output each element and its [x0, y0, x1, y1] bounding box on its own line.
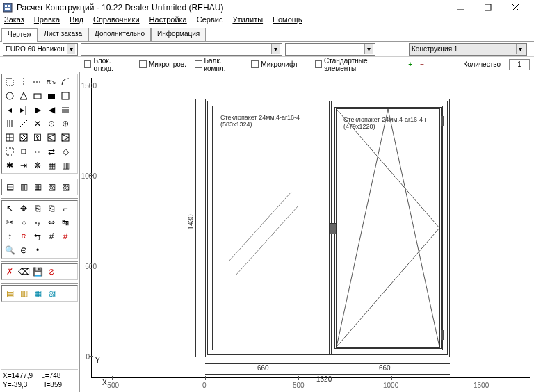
tool-rect-outline[interactable]	[59, 90, 72, 102]
tool-sheet2[interactable]: ▥	[17, 287, 30, 300]
close-button[interactable]	[506, 1, 526, 14]
tool-bars-h[interactable]	[59, 104, 72, 116]
tool-pan[interactable]: ✥	[17, 202, 30, 215]
tool-xy[interactable]: xy	[31, 216, 44, 229]
tool-fill[interactable]: ▦	[45, 159, 58, 172]
minus-button[interactable]: −	[418, 60, 427, 70]
quantity-input[interactable]	[509, 59, 530, 70]
sash-right[interactable]: Стеклопакет 24мм.4-ar16-4 i(479x1220)	[334, 107, 442, 349]
tool-rect[interactable]	[31, 90, 44, 102]
tool-flag-left[interactable]: ◀	[45, 104, 58, 116]
tool-bars-v[interactable]	[3, 117, 16, 130]
tool-stop[interactable]: ⊘	[45, 266, 58, 278]
tool-bracket-l[interactable]: ⌐	[59, 202, 72, 215]
menu-vid[interactable]: Вид	[70, 15, 83, 28]
tab-drawing[interactable]: Чертеж	[1, 28, 38, 42]
window-frame[interactable]: Стеклопакет 24мм.4-ar16-4 i(583x1324) Ст…	[205, 99, 450, 357]
tool-flag-right[interactable]: ▶	[31, 104, 44, 116]
tool-line-dashed-v[interactable]	[17, 76, 30, 88]
filter3-select[interactable]: ▾	[285, 43, 375, 56]
tool-pointer[interactable]: ↖	[3, 202, 16, 215]
tool-grid[interactable]	[3, 131, 16, 144]
check-microlift[interactable]: Микролифт	[251, 60, 298, 68]
tool-hash-red[interactable]: #	[59, 230, 72, 243]
filter2-select[interactable]: ▾	[81, 43, 282, 56]
tool-grid2[interactable]: ▥	[59, 159, 72, 172]
check-micro[interactable]: Микропров.	[139, 60, 186, 68]
check-balk[interactable]: Балк. компл.	[195, 57, 243, 72]
menu-utility[interactable]: Утилиты	[232, 15, 263, 28]
plus-button[interactable]: +	[406, 60, 415, 70]
tool-diamond[interactable]: ◇	[59, 145, 72, 158]
tool-star-h[interactable]: ✱	[3, 159, 16, 172]
tool-select-dashed[interactable]	[3, 76, 16, 88]
profile-select[interactable]: EURO 60 Новикон ▾	[3, 43, 78, 56]
tool-sash-left[interactable]	[45, 131, 58, 144]
construction-select[interactable]: Конструкция 1 ▾	[409, 43, 527, 56]
tool-arrow-left[interactable]: ◂	[3, 104, 16, 116]
tool-hatch[interactable]	[17, 131, 30, 144]
tool-target[interactable]: ⊕	[59, 117, 72, 130]
tool-rect-fill[interactable]	[45, 90, 58, 102]
tool-arc[interactable]	[59, 76, 72, 88]
tool-dot[interactable]: •	[31, 244, 44, 256]
tool-square-small[interactable]	[17, 145, 30, 158]
tool-line-dashed-h[interactable]	[31, 76, 44, 88]
tool-arrow-out[interactable]: ⇥	[17, 159, 30, 172]
tool-cut[interactable]: ⌫	[17, 266, 30, 278]
tool-diag[interactable]	[17, 117, 30, 130]
tool-sheet1[interactable]: ▤	[3, 287, 16, 300]
tool-hatch2[interactable]: ▥	[17, 181, 30, 193]
tab-additional[interactable]: Дополнительно	[88, 28, 151, 41]
tool-square-dashed[interactable]	[3, 145, 16, 158]
tool-scissors[interactable]: ✂	[3, 216, 16, 229]
tool-r-red[interactable]: R	[17, 230, 30, 243]
tool-zoom-out[interactable]: ⊝	[17, 244, 30, 256]
tool-sheet3[interactable]: ▦	[31, 287, 44, 300]
tool-leaf[interactable]: ❋	[31, 159, 44, 172]
tool-zoom-in[interactable]: 🔍	[3, 244, 16, 256]
handle-icon[interactable]	[330, 223, 337, 234]
tool-shift[interactable]: ⇆	[31, 230, 44, 243]
tool-paste[interactable]: ⎗	[45, 202, 58, 215]
tab-order-sheet[interactable]: Лист заказа	[38, 28, 88, 41]
tool-cross[interactable]: ✕	[31, 117, 44, 130]
menu-servis[interactable]: Сервис	[197, 15, 223, 28]
menu-zakaz[interactable]: Заказ	[4, 15, 24, 28]
menu-pomosch[interactable]: Помощь	[273, 15, 302, 28]
tool-hatch3[interactable]: ▦	[31, 181, 44, 193]
tool-arrows-in[interactable]: ⇄	[45, 145, 58, 158]
tool-hatch1[interactable]: ▤	[3, 181, 16, 193]
tool-hash[interactable]: #	[45, 230, 58, 243]
svg-rect-32	[62, 134, 69, 141]
tool-radius[interactable]: R↘	[45, 76, 58, 88]
check-blok[interactable]: Блок. откид.	[84, 57, 131, 72]
menu-nastroyka[interactable]: Настройка	[149, 15, 187, 28]
drawing-canvas[interactable]: Y X 1500 1000 500 0 -500 0 500 1000 1500…	[80, 72, 534, 392]
tool-hatch5[interactable]: ▨	[59, 181, 72, 193]
tool-move-h2[interactable]: ↹	[59, 216, 72, 229]
tool-move-v[interactable]: ↕	[3, 230, 16, 243]
tool-move-h[interactable]: ⇔	[45, 216, 58, 229]
tool-triangle[interactable]	[17, 90, 30, 102]
tool-copy[interactable]: ⎘	[31, 202, 44, 215]
tab-info[interactable]: Информация	[151, 28, 206, 41]
dim-total: 1320	[316, 375, 332, 383]
tool-save[interactable]: 💾	[31, 266, 44, 278]
tool-arrows-h[interactable]: ↔	[31, 145, 44, 158]
minimize-button[interactable]	[451, 1, 470, 14]
check-standard[interactable]: Стандартные элементы	[315, 57, 398, 72]
menu-pravka[interactable]: Правка	[34, 15, 60, 28]
tool-key[interactable]: ⚿	[31, 131, 44, 144]
tool-sash-right[interactable]	[59, 131, 72, 144]
menu-spravochniki[interactable]: Справочники	[93, 15, 140, 28]
tool-circle[interactable]	[3, 90, 16, 102]
tool-group-2: ▤ ▥ ▦ ▧ ▨	[1, 179, 78, 195]
tool-arrow-right[interactable]: ▸|	[17, 104, 30, 116]
tool-measure[interactable]: ⟐	[17, 216, 30, 229]
tool-circle-dot[interactable]: ⊙	[45, 117, 58, 130]
tool-x-red[interactable]: ✗	[3, 266, 16, 278]
tool-hatch4[interactable]: ▧	[45, 181, 58, 193]
tool-sheet4[interactable]: ▧	[45, 287, 58, 300]
maximize-button[interactable]	[478, 1, 498, 14]
